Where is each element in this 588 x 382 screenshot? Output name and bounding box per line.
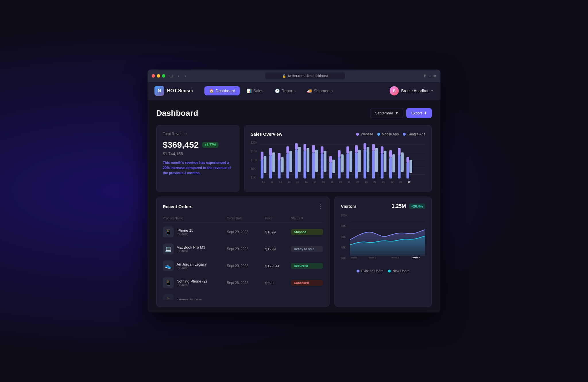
- svg-text:Week 1: Week 1: [351, 257, 359, 259]
- export-button[interactable]: Export ⬇: [406, 108, 432, 118]
- logo-text: BOT-Sensei: [167, 88, 193, 93]
- logo-icon: N: [154, 86, 164, 96]
- table-header: Product Name Order Date Price Status ⇅: [163, 214, 323, 222]
- order-price: $1099: [265, 230, 291, 234]
- svg-text:25: 25: [382, 181, 385, 183]
- browser-chrome: ⊞ ‹ › 🔒 twitter.com/siimonfairhurst ⬆ + …: [148, 70, 440, 82]
- ads-dot: [403, 133, 406, 136]
- svg-text:Week 4: Week 4: [413, 257, 421, 259]
- navbar: N BOT-Sensei 🏠 Dashboard 📊 Sales 🕐 Repor…: [148, 82, 440, 99]
- orders-card: Recent Orders ⋮ Product Name Order Date …: [156, 197, 330, 307]
- svg-rect-53: [398, 155, 401, 178]
- svg-rect-37: [349, 151, 352, 172]
- svg-text:Week 2: Week 2: [369, 257, 376, 259]
- close-button[interactable]: [152, 74, 155, 78]
- svg-text:21: 21: [348, 181, 351, 183]
- product-id: ID: 4693: [177, 266, 207, 270]
- product-name: iPhone 15 Plus: [177, 298, 202, 300]
- table-row: 📱 iPhone 15 ID: 4695 Sept 29, 2023 $1099…: [163, 224, 323, 241]
- main-content: Dashboard September ▼ Export ⬇ Total Rev: [148, 99, 440, 312]
- order-date: Sept 29, 2023: [227, 264, 265, 268]
- svg-rect-18: [295, 143, 298, 150]
- download-icon: ⬇: [424, 111, 427, 115]
- revenue-card: Total Revenue $369,452 +6.77% $1,744,156…: [156, 125, 239, 192]
- svg-rect-26: [321, 153, 324, 178]
- svg-text:28: 28: [399, 181, 402, 183]
- cards-row-2: Recent Orders ⋮ Product Name Order Date …: [156, 197, 432, 307]
- reports-icon: 🕐: [275, 89, 280, 93]
- nav-shipments[interactable]: 🚚 Shipments: [302, 86, 337, 95]
- user-area[interactable]: B Breeje Anadkat ▼: [390, 86, 434, 95]
- svg-text:23: 23: [365, 181, 368, 183]
- share-icon[interactable]: ⬆: [423, 74, 427, 78]
- browser-window: ⊞ ‹ › 🔒 twitter.com/siimonfairhurst ⬆ + …: [148, 70, 440, 312]
- product-id: ID: 4692: [177, 283, 207, 287]
- svg-rect-35: [346, 153, 349, 178]
- visitors-card: Visitors 1.25M +20.4% 100K 80K 60K 40K: [334, 197, 432, 307]
- svg-text:22: 22: [356, 181, 359, 183]
- order-date: Sept 28, 2023: [227, 281, 265, 285]
- table-row: 📱 iPhone 15 Plus: [163, 291, 323, 300]
- orders-menu-button[interactable]: ⋮: [318, 203, 323, 210]
- status-badge: Delivered: [291, 263, 323, 269]
- revenue-amount: $369,452: [163, 140, 199, 150]
- svg-rect-55: [401, 152, 404, 172]
- month-selector[interactable]: September ▼: [370, 108, 403, 118]
- address-bar[interactable]: 🔒 twitter.com/siimonfairhurst: [265, 72, 345, 79]
- product-name: iPhone 15: [177, 228, 194, 233]
- svg-rect-5: [261, 159, 264, 178]
- order-date: Sept 29, 2023: [227, 247, 265, 251]
- mobile-dot: [377, 133, 380, 136]
- svg-rect-17: [295, 150, 298, 178]
- svg-rect-42: [363, 143, 366, 150]
- minimize-button[interactable]: [157, 74, 160, 78]
- nav-dashboard[interactable]: 🏠 Dashboard: [204, 86, 240, 95]
- svg-rect-29: [329, 162, 332, 178]
- nav-sales[interactable]: 📊 Sales: [242, 86, 268, 95]
- svg-rect-45: [372, 144, 375, 151]
- back-button[interactable]: ‹: [177, 73, 181, 79]
- svg-rect-11: [278, 160, 281, 178]
- svg-rect-6: [261, 151, 264, 159]
- revenue-desc: This month's revenue has experienced a 2…: [163, 160, 233, 176]
- svg-text:20: 20: [339, 181, 342, 183]
- svg-rect-13: [281, 157, 284, 172]
- svg-rect-8: [269, 155, 272, 178]
- dashboard-icon: 🏠: [209, 89, 214, 93]
- bar-chart-area: $20K $15K $10K $5K $1K: [251, 141, 425, 185]
- th-product: Product Name: [163, 216, 227, 220]
- visitors-title: Visitors: [341, 204, 357, 209]
- svg-text:17: 17: [314, 181, 316, 183]
- new-tab-icon[interactable]: +: [429, 74, 431, 78]
- browser-actions: ⬆ + ⧉: [423, 74, 436, 78]
- copy-icon[interactable]: ⧉: [434, 74, 436, 78]
- y-axis-labels: $20K $15K $10K $5K $1K: [251, 141, 257, 179]
- product-cell: 📱 iPhone 15 Plus: [163, 294, 227, 300]
- app: N BOT-Sensei 🏠 Dashboard 📊 Sales 🕐 Repor…: [148, 82, 440, 312]
- svg-rect-54: [398, 148, 401, 155]
- page-title: Dashboard: [156, 109, 198, 118]
- maximize-button[interactable]: [162, 74, 165, 78]
- shipments-icon: 🚚: [307, 89, 312, 93]
- svg-rect-34: [341, 154, 344, 172]
- product-cell: 💻 MacBook Pro M3 ID: 4694: [163, 243, 227, 254]
- svg-rect-46: [375, 148, 378, 172]
- svg-rect-52: [392, 154, 395, 172]
- svg-rect-28: [324, 151, 326, 172]
- revenue-badge: +6.77%: [202, 142, 218, 148]
- nav-reports[interactable]: 🕐 Reports: [270, 86, 300, 95]
- sales-icon: 📊: [247, 89, 252, 93]
- legend-existing: Existing Users: [357, 269, 383, 273]
- order-price: $1999: [265, 247, 291, 251]
- legend-mobile: Mobile App: [377, 132, 399, 136]
- svg-rect-47: [381, 153, 384, 178]
- svg-rect-23: [312, 152, 315, 178]
- forward-button[interactable]: ›: [183, 73, 187, 79]
- sales-header: Sales Overview Website Mobile App: [251, 132, 425, 137]
- svg-text:12: 12: [270, 181, 273, 183]
- legend-new: New Users: [388, 269, 409, 273]
- window-btn[interactable]: ⊞: [168, 73, 174, 79]
- th-status: Status ⇅: [291, 216, 323, 220]
- sales-card: Sales Overview Website Mobile App: [244, 125, 432, 192]
- revenue-sub: $1,744,156: [163, 151, 233, 156]
